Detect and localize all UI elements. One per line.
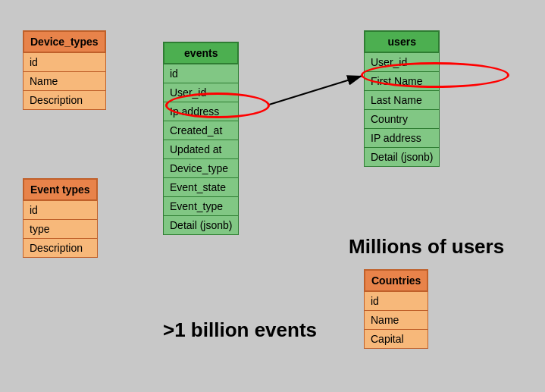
event-types-header: Event types [23,178,98,201]
table-row: Detail (jsonb) [364,148,440,167]
table-row: Description [23,239,98,258]
countries-header: Countries [364,269,428,292]
events-caption: >1 billion events [163,318,317,342]
users-caption: Millions of users [349,235,504,259]
table-row: Detail (jsonb) [163,216,239,235]
device-types-table: Device_types id Name Description [23,30,106,110]
table-row: Event_type [163,197,239,216]
table-row: Updated at [163,140,239,159]
table-row: Ip address [163,102,239,121]
table-row: IP address [364,129,440,148]
table-row: Last Name [364,91,440,110]
users-table: users User_id First Name Last Name Count… [364,30,440,167]
table-row: Name [23,72,106,91]
table-row: First Name [364,72,440,91]
table-row: User_id [364,53,440,72]
users-header: users [364,30,440,53]
events-header: events [163,42,239,64]
table-row: Event_state [163,178,239,197]
table-row: id [364,292,428,311]
events-table: events id User_id Ip address Created_at … [163,42,239,235]
countries-table: Countries id Name Capital [364,269,428,349]
table-row: id [23,201,98,220]
table-row: Created_at [163,121,239,140]
table-row: Country [364,110,440,129]
table-row: Device_type [163,159,239,178]
table-row: id [163,64,239,83]
table-row: Description [23,91,106,110]
table-row: id [23,53,106,72]
table-row: Name [364,311,428,330]
table-row: User_id [163,83,239,102]
svg-line-1 [269,76,362,105]
table-row: type [23,220,98,239]
event-types-table: Event types id type Description [23,178,98,258]
table-row: Capital [364,330,428,349]
device-types-header: Device_types [23,30,106,53]
